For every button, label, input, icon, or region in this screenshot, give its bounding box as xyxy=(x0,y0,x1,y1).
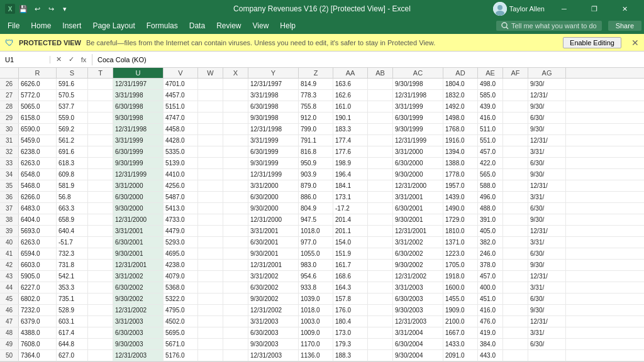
cell[interactable] xyxy=(368,260,393,270)
cell[interactable]: 4458.0 xyxy=(164,124,198,134)
redo-btn[interactable]: ↪ xyxy=(45,3,57,14)
menu-formulas[interactable]: Formulas xyxy=(142,20,183,31)
cell[interactable] xyxy=(198,214,223,225)
cell[interactable]: 3/31/ xyxy=(528,237,566,248)
cell[interactable]: 400.0 xyxy=(478,282,503,293)
cell[interactable]: 570.5 xyxy=(57,90,88,101)
cell[interactable] xyxy=(88,214,113,225)
cell[interactable]: 4747.0 xyxy=(164,112,198,123)
cell[interactable]: 5176.0 xyxy=(164,350,198,361)
cell[interactable]: 9/30/2000 xyxy=(393,169,443,180)
cell[interactable] xyxy=(88,203,113,214)
cell[interactable]: 5139.0 xyxy=(164,158,198,168)
cell[interactable]: 1909.0 xyxy=(443,305,478,315)
cell[interactable]: 581.9 xyxy=(57,180,88,191)
cell[interactable]: 6/30/1999 xyxy=(393,112,443,123)
cell[interactable] xyxy=(88,316,113,327)
cell[interactable]: 1778.0 xyxy=(443,169,478,180)
cell[interactable]: 12/31/ xyxy=(528,180,566,191)
cell[interactable]: 954.6 xyxy=(299,271,333,282)
cell[interactable] xyxy=(368,203,393,214)
cell[interactable]: 12/31/1997 xyxy=(248,79,299,89)
cell[interactable]: 6594.0 xyxy=(19,248,57,259)
cell[interactable] xyxy=(223,271,248,282)
cell[interactable]: 1667.0 xyxy=(443,327,478,338)
undo-btn[interactable]: ↩ xyxy=(31,3,43,14)
cell[interactable] xyxy=(368,79,393,89)
cell[interactable]: 4428.0 xyxy=(164,135,198,146)
cell[interactable]: 6/30/1998 xyxy=(113,101,164,112)
cell[interactable]: 618.3 xyxy=(57,158,88,168)
cell[interactable]: 983.0 xyxy=(299,260,333,270)
cell[interactable]: 9/30/1998 xyxy=(393,79,443,89)
customize-btn[interactable]: ▾ xyxy=(59,3,70,14)
cell[interactable]: 4079.0 xyxy=(164,271,198,282)
col-header-AF[interactable]: AF xyxy=(503,68,528,78)
cell[interactable] xyxy=(503,214,528,225)
cell[interactable]: 3/31/2000 xyxy=(248,180,299,191)
col-header-T[interactable]: T xyxy=(88,68,113,78)
cell[interactable] xyxy=(198,282,223,293)
cell[interactable]: 5293.0 xyxy=(164,237,198,248)
cell[interactable]: 246.0 xyxy=(478,248,503,259)
col-header-W[interactable]: W xyxy=(198,68,223,78)
cell[interactable]: 591.6 xyxy=(57,79,88,89)
cell[interactable]: 6/30/ xyxy=(528,293,566,304)
cell[interactable] xyxy=(368,214,393,225)
cell[interactable]: 1136.0 xyxy=(299,350,333,361)
cell[interactable] xyxy=(223,158,248,168)
cell[interactable] xyxy=(503,112,528,123)
cell[interactable]: 382.0 xyxy=(478,237,503,248)
cell[interactable] xyxy=(88,271,113,282)
cell[interactable]: 814.9 xyxy=(299,79,333,89)
cell[interactable]: 6263.0 xyxy=(19,158,57,168)
cell[interactable]: 164.3 xyxy=(333,282,368,293)
cell[interactable]: 1490.0 xyxy=(443,203,478,214)
cell[interactable]: 9/30/ xyxy=(528,79,566,89)
cell[interactable]: 6379.0 xyxy=(19,316,57,327)
cell[interactable]: 6603.0 xyxy=(19,260,57,270)
cell[interactable] xyxy=(503,282,528,293)
cell[interactable]: 1832.0 xyxy=(443,90,478,101)
cell[interactable] xyxy=(223,260,248,270)
cell[interactable]: 6/30/2000 xyxy=(393,158,443,168)
col-header-AB[interactable]: AB xyxy=(368,68,393,78)
cell[interactable] xyxy=(88,293,113,304)
cell[interactable]: 5468.0 xyxy=(19,180,57,191)
cell[interactable] xyxy=(368,282,393,293)
cell[interactable]: 5487.0 xyxy=(164,192,198,202)
menu-view[interactable]: View xyxy=(248,20,274,31)
cell[interactable]: 12/31/2000 xyxy=(113,214,164,225)
cell[interactable] xyxy=(503,316,528,327)
cell[interactable]: 3/31/2001 xyxy=(248,226,299,236)
cell[interactable] xyxy=(198,79,223,89)
cell[interactable]: 163.6 xyxy=(333,79,368,89)
enable-editing-btn[interactable]: Enable Editing xyxy=(563,37,621,48)
cell[interactable]: 1394.0 xyxy=(443,146,478,157)
cell[interactable] xyxy=(368,350,393,361)
menu-page-layout[interactable]: Page Layout xyxy=(87,20,140,31)
cell[interactable]: 9/30/2001 xyxy=(248,248,299,259)
cell[interactable]: 6/30/1999 xyxy=(248,146,299,157)
cell[interactable]: 457.0 xyxy=(478,271,503,282)
cell[interactable]: 6/30/1999 xyxy=(113,146,164,157)
cell[interactable] xyxy=(88,305,113,315)
cell[interactable] xyxy=(223,293,248,304)
cell[interactable]: 498.0 xyxy=(478,79,503,89)
cell[interactable]: 405.0 xyxy=(478,226,503,236)
cell[interactable] xyxy=(368,327,393,338)
cell[interactable]: 663.3 xyxy=(57,203,88,214)
cell[interactable] xyxy=(223,135,248,146)
cell[interactable]: 4733.0 xyxy=(164,214,198,225)
cell[interactable] xyxy=(198,260,223,270)
cell[interactable] xyxy=(368,112,393,123)
cell[interactable]: 196.4 xyxy=(333,169,368,180)
cell[interactable]: 3/31/2003 xyxy=(393,282,443,293)
cell[interactable]: 9/30/2000 xyxy=(248,203,299,214)
cell[interactable]: 1003.0 xyxy=(299,316,333,327)
cell[interactable]: 569.2 xyxy=(57,124,88,134)
cell[interactable] xyxy=(223,112,248,123)
cell[interactable]: 154.0 xyxy=(333,237,368,248)
cell[interactable]: 933.8 xyxy=(299,282,333,293)
cell[interactable]: 1433.0 xyxy=(443,339,478,349)
